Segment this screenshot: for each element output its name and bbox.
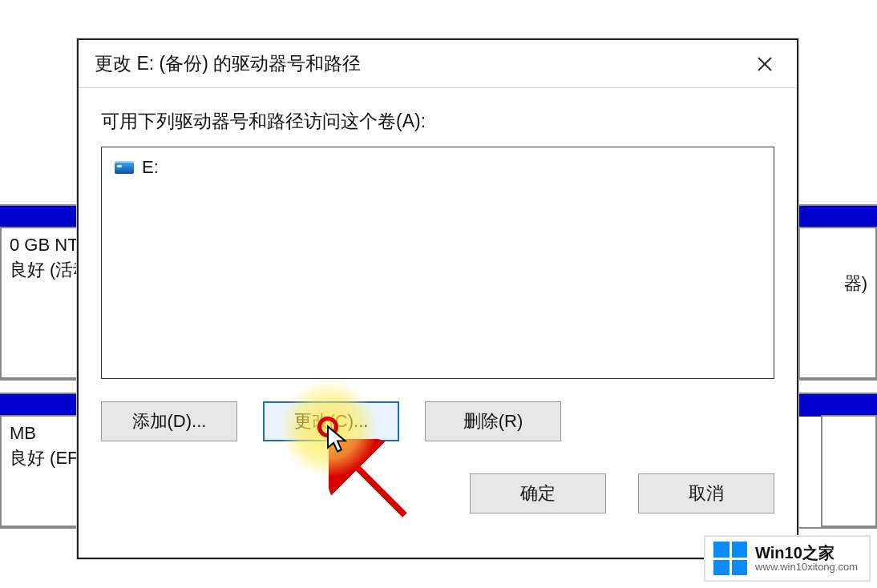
cancel-button[interactable]: 取消 xyxy=(638,473,774,513)
add-button[interactable]: 添加(D)... xyxy=(101,401,237,441)
confirm-button-row: 确定 取消 xyxy=(101,473,774,513)
list-item[interactable]: E: xyxy=(111,155,764,179)
close-button[interactable] xyxy=(744,46,786,83)
windows-logo-icon xyxy=(713,542,747,575)
bg-vol2-line2: 良好 (EFI 系 xyxy=(10,446,77,471)
watermark-url: www.win10xitong.com xyxy=(755,562,858,573)
bg-volume-2: MB 良好 (EFI 系 xyxy=(0,415,87,527)
change-button[interactable]: 更改(C)... xyxy=(263,401,399,441)
ok-button[interactable]: 确定 xyxy=(470,473,606,513)
bg-volume-4 xyxy=(821,415,877,527)
bg-volume-1: 0 GB NT 良好 (活动 xyxy=(0,227,87,379)
titlebar: 更改 E: (备份) 的驱动器号和路径 xyxy=(79,40,797,88)
bg-volume-3: 器) xyxy=(798,227,877,379)
bg-vol1-line2: 良好 (活动 xyxy=(10,258,77,283)
watermark-title: Win10之家 xyxy=(755,545,858,562)
drive-icon xyxy=(115,161,134,174)
bg-vol3-suffix: 器) xyxy=(808,272,867,296)
remove-button[interactable]: 删除(R) xyxy=(425,401,561,441)
description-label: 可用下列驱动器号和路径访问这个卷(A): xyxy=(101,109,774,134)
dialog-title: 更改 E: (备份) 的驱动器号和路径 xyxy=(95,51,361,76)
watermark-text: Win10之家 www.win10xitong.com xyxy=(755,545,858,573)
close-icon xyxy=(757,56,773,72)
change-drive-letter-dialog: 更改 E: (备份) 的驱动器号和路径 可用下列驱动器号和路径访问这个卷(A):… xyxy=(77,38,798,559)
bg-vol1-line1: 0 GB NT xyxy=(10,233,77,258)
watermark: Win10之家 www.win10xitong.com xyxy=(704,535,871,582)
action-button-row: 添加(D)... 更改(C)... 删除(R) xyxy=(101,401,774,441)
list-item-label: E: xyxy=(142,157,159,178)
bg-vol2-line1: MB xyxy=(10,421,77,446)
dialog-body: 可用下列驱动器号和路径访问这个卷(A): E: 添加(D)... 更改(C)..… xyxy=(79,88,797,558)
drive-paths-listbox[interactable]: E: xyxy=(101,147,774,379)
